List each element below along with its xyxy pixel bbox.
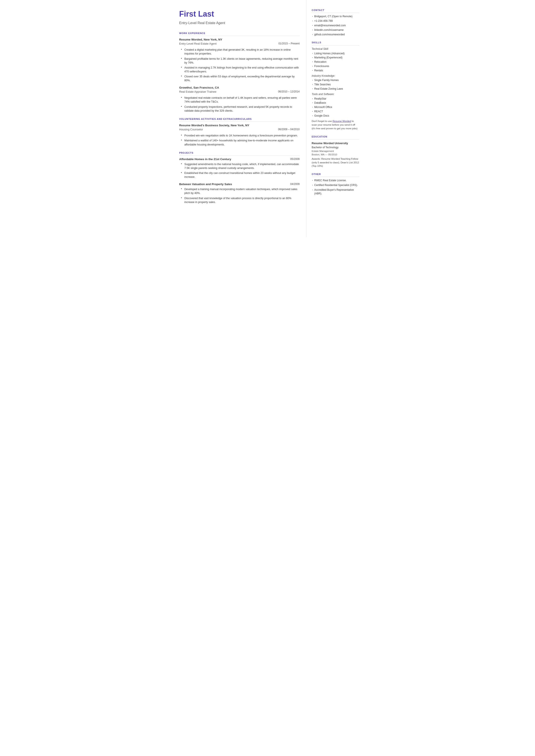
list-item: email@resumeworded.com bbox=[312, 24, 359, 27]
list-item: Title Searches bbox=[312, 83, 359, 86]
job-2-role: Real Estate Appraiser Trainee bbox=[179, 90, 216, 94]
list-item: Closed over 35 deals within 53 days of e… bbox=[181, 74, 300, 82]
project-block-1: Affordable Homes in the 21st Century 05/… bbox=[179, 157, 300, 179]
project-block-2: Between Valuation and Property Sales 04/… bbox=[179, 182, 300, 204]
list-item: Discovered that vast knowledge of the va… bbox=[181, 196, 300, 204]
education-heading: EDUCATION bbox=[312, 135, 359, 139]
work-experience-heading: WORK EXPERIENCE bbox=[179, 32, 300, 36]
list-item: Marketing (Experienced) bbox=[312, 56, 359, 60]
list-item: Bargained profitable terms for 1.3K clie… bbox=[181, 57, 300, 65]
skills-heading: SKILLS bbox=[312, 41, 359, 45]
project-1-bullets: Suggested amendments to the national hou… bbox=[179, 162, 300, 179]
list-item: +1-234-456-789 bbox=[312, 19, 359, 23]
list-item: Suggested amendments to the national hou… bbox=[181, 162, 300, 170]
edu-awards: Awards: Resume Worded Teaching Fellow (o… bbox=[312, 157, 359, 168]
job-2-company: Growthsi, San Francisco, CA bbox=[179, 86, 219, 90]
industry-skills-list: Single Family Homes Title Searches Real … bbox=[312, 78, 359, 91]
list-item: github.com/resumeworded bbox=[312, 33, 359, 37]
industry-knowledge-label: Industry Knowledge: bbox=[312, 74, 359, 78]
contact-heading: CONTACT bbox=[312, 9, 359, 13]
candidate-title: Entry-Level Real Estate Agent bbox=[179, 21, 300, 25]
other-list: RWEC Real Estate License. Certified Resi… bbox=[312, 179, 359, 195]
left-column: First Last Entry-Level Real Estate Agent… bbox=[171, 0, 306, 237]
projects-heading: PROJECTS bbox=[179, 151, 300, 155]
list-item: Maintained a waitlist of 140+ households… bbox=[181, 139, 300, 146]
promo-text: Don't forget to use Resume Worded to sca… bbox=[312, 119, 359, 130]
list-item: Provided win-win negotiation skills to 1… bbox=[181, 134, 300, 137]
volunteer-1-date: 06/2009 – 04/2010 bbox=[276, 127, 299, 133]
promo-text-before: Don't forget to use bbox=[312, 120, 333, 123]
project-2-bullets: Developed a training manual incorporatin… bbox=[179, 187, 300, 204]
list-item: Real Estate Zoning Laws bbox=[312, 87, 359, 91]
project-1-title: Affordable Homes in the 21st Century bbox=[179, 157, 231, 161]
list-item: Accredited Buyer's Representative (ABR). bbox=[312, 188, 359, 195]
edu-field: Estate Management bbox=[312, 149, 359, 153]
list-item: RealtyStar bbox=[312, 97, 359, 101]
list-item: Rentals bbox=[312, 69, 359, 72]
promo-link[interactable]: Resume Worded bbox=[332, 120, 351, 123]
volunteering-heading: VOLUNTEERING ACTIVITIES AND EXTRACURRICU… bbox=[179, 118, 300, 122]
job-2-date: 06/2010 – 12/2014 bbox=[276, 90, 299, 95]
technical-skills-list: Listing Homes (Advanced) Marketing (Expe… bbox=[312, 52, 359, 72]
other-section: OTHER RWEC Real Estate License. Certifie… bbox=[312, 173, 359, 195]
tools-skills-list: RealtyStar DataBasix Microsoft Office RE… bbox=[312, 97, 359, 118]
list-item: Conducted property inspections, performe… bbox=[181, 105, 300, 113]
list-item: RWEC Real Estate License. bbox=[312, 179, 359, 182]
list-item: Google Docs bbox=[312, 114, 359, 118]
contact-section: CONTACT Bridgeport, CT (Open to Remote) … bbox=[312, 9, 359, 36]
list-item: Listing Homes (Advanced) bbox=[312, 52, 359, 55]
right-column: CONTACT Bridgeport, CT (Open to Remote) … bbox=[306, 0, 365, 237]
technical-skill-label: Technical Skill: bbox=[312, 47, 359, 51]
list-item: Microsoft Office bbox=[312, 105, 359, 109]
list-item: Negotiated real estate contracts on beha… bbox=[181, 96, 300, 104]
project-2-date: 04/2009 bbox=[288, 182, 299, 186]
job-block-2: Growthsi, San Francisco, CA Real Estate … bbox=[179, 86, 300, 113]
volunteer-1-bullets: Provided win-win negotiation skills to 1… bbox=[179, 134, 300, 146]
list-item: Single Family Homes bbox=[312, 78, 359, 82]
volunteer-block-1: Resume Worded's Business Society, New Yo… bbox=[179, 124, 300, 146]
job-1-bullets: Created a digital marketing plan that ge… bbox=[179, 48, 300, 82]
edu-school: Resume Worded University bbox=[312, 141, 359, 145]
volunteer-1-role: Housing Counselor bbox=[179, 127, 203, 131]
list-item: linkedin.com/in/username bbox=[312, 28, 359, 32]
edu-degree: Bachelor of Technology bbox=[312, 146, 359, 149]
edu-location-date: Boston, MA — 05/2010 bbox=[312, 153, 359, 156]
job-1-company: Resume Worded, New York, NY bbox=[179, 38, 222, 42]
tools-label: Tools and Software: bbox=[312, 93, 359, 96]
project-1-date: 05/2009 bbox=[288, 157, 299, 161]
list-item: REACT bbox=[312, 110, 359, 113]
skills-section: SKILLS Technical Skill: Listing Homes (A… bbox=[312, 41, 359, 130]
job-1-role: Entry-Level Real Estate Agent bbox=[179, 42, 216, 46]
list-item: DataBasix bbox=[312, 101, 359, 105]
job-1-date: 01/2015 – Present bbox=[276, 42, 299, 47]
volunteer-1-company: Resume Worded's Business Society, New Yo… bbox=[179, 124, 249, 127]
project-2-title: Between Valuation and Property Sales bbox=[179, 182, 232, 186]
list-item: Established that the city can construct … bbox=[181, 171, 300, 179]
job-block-1: Resume Worded, New York, NY Entry-Level … bbox=[179, 38, 300, 82]
list-item: Foreclosures bbox=[312, 65, 359, 68]
list-item: Certified Residential Specialist (CRS). bbox=[312, 183, 359, 187]
list-item: Created a digital marketing plan that ge… bbox=[181, 48, 300, 56]
candidate-name: First Last bbox=[179, 9, 300, 19]
list-item: Developed a training manual incorporatin… bbox=[181, 187, 300, 195]
job-2-bullets: Negotiated real estate contracts on beha… bbox=[179, 96, 300, 113]
education-section: EDUCATION Resume Worded University Bache… bbox=[312, 135, 359, 168]
list-item: Relocation bbox=[312, 60, 359, 64]
other-heading: OTHER bbox=[312, 173, 359, 177]
list-item: Assisted in managing 2.7K listings from … bbox=[181, 66, 300, 73]
list-item: Bridgeport, CT (Open to Remote) bbox=[312, 14, 359, 18]
contact-list: Bridgeport, CT (Open to Remote) +1-234-4… bbox=[312, 14, 359, 36]
